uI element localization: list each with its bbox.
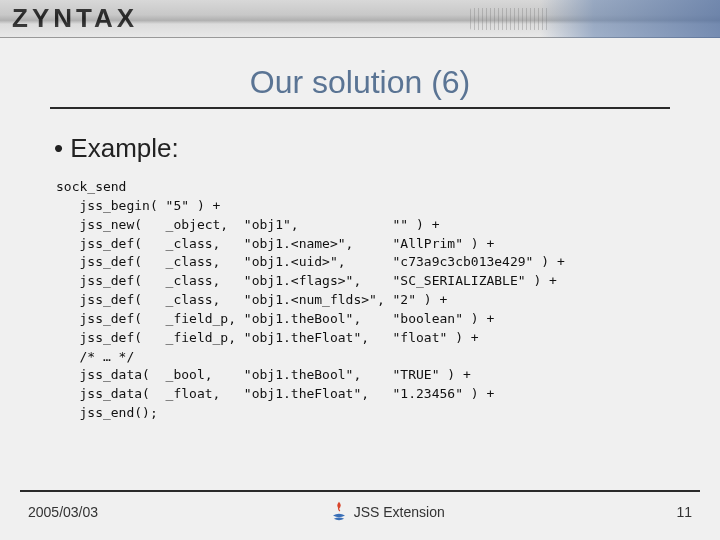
footer-center: JSS Extension xyxy=(330,500,445,524)
code-example: sock_send jss_begin( "5" ) + jss_new( _o… xyxy=(54,178,680,423)
slide-title: Our solution (6) xyxy=(50,64,670,109)
footer-date: 2005/03/03 xyxy=(28,504,98,520)
footer-divider xyxy=(20,490,700,492)
java-duke-icon xyxy=(330,500,348,524)
footer-label: JSS Extension xyxy=(354,504,445,520)
header-gradient-decor xyxy=(540,0,720,38)
header-bar: ZYNTAX xyxy=(0,0,720,38)
header-stripes-decor xyxy=(470,8,550,30)
footer-page-number: 11 xyxy=(676,504,692,520)
brand-logo: ZYNTAX xyxy=(12,3,138,34)
slide-content: Example: sock_send jss_begin( "5" ) + js… xyxy=(0,109,720,423)
footer: 2005/03/03 JSS Extension 11 xyxy=(28,500,692,524)
bullet-example: Example: xyxy=(54,133,680,164)
